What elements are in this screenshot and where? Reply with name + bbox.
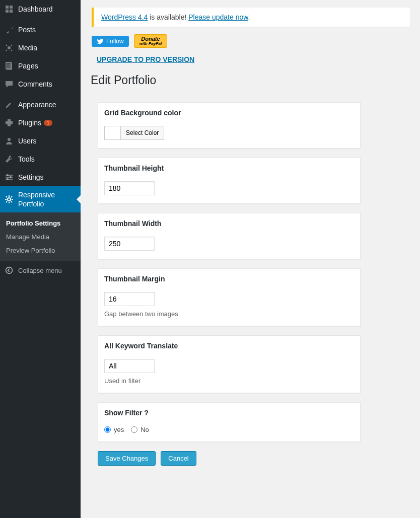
follow-label: Follow [106, 38, 124, 45]
pin-icon [4, 25, 14, 35]
field-thumbnail-height: Thumbnail Height [98, 158, 361, 204]
submenu: Portfolio Settings Manage Media Preview … [0, 212, 81, 261]
radio-no-text: No [141, 426, 149, 433]
notice-suffix: . [248, 13, 250, 21]
sidebar-item-settings[interactable]: Settings [0, 168, 81, 186]
sidebar-label: Responsive Portfolio [18, 190, 77, 208]
donate-label-2: with PayPal [139, 42, 162, 46]
notice-text: is available! [148, 13, 188, 21]
radio-yes-text: yes [114, 426, 124, 433]
sidebar-item-appearance[interactable]: Appearance [0, 96, 81, 114]
sidebar-item-media[interactable]: Media [0, 39, 81, 57]
admin-sidebar: Dashboard Posts Media Pages Comments App… [0, 0, 81, 518]
sidebar-item-responsive-portfolio[interactable]: Responsive Portfolio [0, 186, 81, 212]
field-title: Grid Background color [104, 109, 354, 117]
svg-point-8 [10, 176, 12, 178]
sidebar-item-posts[interactable]: Posts [0, 21, 81, 39]
thumbnail-height-input[interactable] [104, 181, 155, 195]
tools-icon [4, 154, 14, 164]
field-helper: Used in filter [104, 377, 354, 385]
sidebar-label: Comments [18, 80, 52, 88]
sidebar-item-tools[interactable]: Tools [0, 150, 81, 168]
appearance-icon [4, 100, 14, 110]
sidebar-label: Pages [18, 62, 38, 70]
collapse-menu[interactable]: Collapse menu [0, 261, 81, 279]
update-notice: WordPress 4.4 is available! Please updat… [92, 8, 410, 27]
sidebar-item-comments[interactable]: Comments [0, 75, 81, 93]
sidebar-label: Settings [18, 173, 44, 181]
save-button[interactable]: Save Changes [98, 451, 156, 466]
action-row: Follow Donate with PayPal [92, 34, 410, 48]
svg-point-9 [7, 178, 9, 180]
svg-point-10 [8, 198, 11, 201]
users-icon [4, 136, 14, 146]
submenu-preview-portfolio[interactable]: Preview Portfolio [0, 244, 81, 257]
settings-icon [4, 172, 14, 182]
field-all-keyword: All Keyword Translate Used in filter [98, 335, 361, 393]
sidebar-label: Tools [18, 155, 35, 163]
field-helper: Gap between two images [104, 310, 354, 318]
thumbnail-width-input[interactable] [104, 237, 155, 251]
radio-no-label[interactable]: No [131, 426, 149, 433]
dashboard-icon [4, 4, 14, 14]
collapse-label: Collapse menu [18, 267, 62, 274]
media-icon [4, 43, 14, 53]
all-keyword-input[interactable] [104, 359, 155, 373]
field-thumbnail-margin: Thumbnail Margin Gap between two images [98, 268, 361, 326]
svg-point-3 [8, 138, 11, 141]
field-title: Thumbnail Width [104, 219, 354, 228]
radio-yes-label[interactable]: yes [104, 426, 124, 433]
field-grid-bg-color: Grid Background color Select Color [98, 102, 361, 149]
gear-icon [4, 194, 14, 204]
wordpress-version-link[interactable]: WordPress 4.4 [101, 13, 148, 21]
field-title: All Keyword Translate [104, 342, 354, 350]
sidebar-item-plugins[interactable]: Plugins 1 [0, 114, 81, 132]
plugins-badge: 1 [44, 120, 52, 126]
donate-button[interactable]: Donate with PayPal [134, 34, 167, 48]
main-content: WordPress 4.4 is available! Please updat… [81, 0, 420, 518]
field-title: Show Filter ? [104, 409, 354, 417]
update-now-link[interactable]: Please update now [188, 13, 248, 21]
field-show-filter: Show Filter ? yes No [98, 402, 361, 442]
upgrade-link[interactable]: UPGRADE TO PRO VERSION [97, 55, 410, 63]
comments-icon [4, 79, 14, 89]
sidebar-label: Appearance [18, 101, 56, 109]
page-title: Edit Portfolio [91, 73, 410, 87]
svg-point-0 [8, 46, 11, 49]
submenu-manage-media[interactable]: Manage Media [0, 230, 81, 244]
color-picker: Select Color [104, 126, 164, 140]
sidebar-label: Posts [18, 26, 36, 34]
twitter-icon [97, 38, 104, 45]
svg-rect-2 [7, 63, 12, 70]
field-thumbnail-width: Thumbnail Width [98, 213, 361, 259]
pages-icon [4, 61, 14, 71]
color-swatch[interactable] [105, 126, 121, 139]
thumbnail-margin-input[interactable] [104, 292, 155, 306]
sidebar-label: Plugins [18, 119, 41, 127]
select-color-button[interactable]: Select Color [121, 126, 164, 139]
field-title: Thumbnail Height [104, 164, 354, 172]
svg-point-11 [6, 267, 13, 274]
sidebar-item-pages[interactable]: Pages [0, 57, 81, 75]
form-area: Grid Background color Select Color Thumb… [91, 102, 410, 466]
sidebar-label: Dashboard [18, 5, 53, 13]
field-title: Thumbnail Margin [104, 275, 354, 283]
plugins-icon [4, 118, 14, 128]
sidebar-item-dashboard[interactable]: Dashboard [0, 0, 81, 18]
collapse-icon [4, 265, 14, 275]
radio-row: yes No [104, 426, 354, 433]
radio-yes[interactable] [104, 426, 111, 433]
button-row: Save Changes Cancel [98, 451, 410, 466]
svg-point-7 [7, 174, 9, 176]
submenu-portfolio-settings[interactable]: Portfolio Settings [0, 216, 81, 230]
twitter-follow-button[interactable]: Follow [92, 36, 129, 47]
sidebar-label: Media [18, 44, 37, 52]
sidebar-label: Users [18, 137, 37, 145]
sidebar-item-users[interactable]: Users [0, 132, 81, 150]
radio-no[interactable] [131, 426, 137, 433]
cancel-button[interactable]: Cancel [161, 451, 196, 466]
